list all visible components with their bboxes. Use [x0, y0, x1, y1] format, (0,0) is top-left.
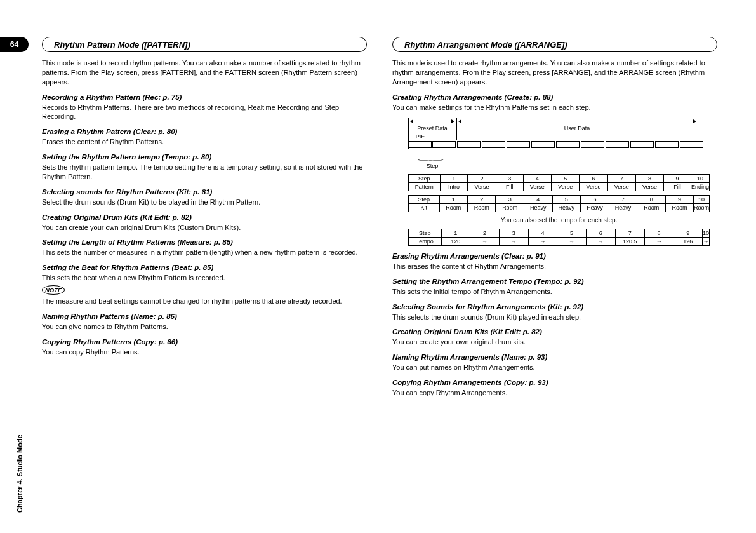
note-body: The measure and beat settings cannot be …	[42, 297, 367, 306]
left-item-title: Setting the Beat for Rhythm Patterns (Be…	[42, 264, 367, 271]
right-item-title: Selecting Sounds for Rhythm Arrangements…	[392, 303, 717, 311]
table-cell: →	[644, 237, 673, 245]
table-cell: Room	[637, 204, 665, 212]
diagram-preset-label: Preset Data	[408, 125, 456, 132]
table-cell: 7	[609, 196, 637, 204]
table-cell: Heavy	[552, 204, 581, 212]
table-cell: 120	[441, 237, 470, 245]
diagram-user-label: User Data	[456, 125, 698, 132]
note-block: NOTE	[42, 285, 367, 295]
table-cell: Verse	[607, 183, 635, 191]
right-item-body: This erases the content of Rhythm Arrang…	[392, 262, 717, 271]
left-item-title: Erasing a Rhythm Pattern (Clear: p. 80)	[42, 128, 367, 135]
right-item-body: This sets the initial tempo of Rhythm Ar…	[392, 287, 717, 297]
table-cell: 6	[580, 175, 607, 183]
table-cell: 4	[528, 229, 557, 237]
table-cell: 10	[693, 196, 709, 204]
table-cell: 3	[499, 229, 528, 237]
section-header-right: Rhythm Arrangement Mode ([ARRANGE])	[392, 37, 717, 52]
left-item-body: You can copy Rhythm Patterns.	[42, 347, 367, 357]
tempo-table: Step12345678910Tempo120→→→→→120.5→126→	[408, 229, 710, 246]
table-lead-cell: Step	[409, 229, 441, 237]
table-cell: →	[702, 237, 709, 245]
right-item-title: Naming Rhythm Arrangements (Name: p. 93)	[392, 353, 717, 361]
left-item-body: Erases the content of Rhythm Patterns.	[42, 137, 367, 147]
table-cell: Heavy	[581, 204, 609, 212]
table-cell: Ending	[691, 183, 709, 191]
note-oval: NOTE	[42, 285, 65, 295]
right-intro-text: This mode is used to create rhythm arran…	[392, 58, 717, 87]
table-cell: →	[557, 237, 587, 245]
table-cell: Room	[665, 204, 693, 212]
table-cell: 8	[637, 196, 665, 204]
left-item-title: Copying Rhythm Patterns (Copy: p. 86)	[42, 338, 367, 346]
table-cell: 10	[702, 229, 709, 237]
table-cell: Fill	[496, 183, 523, 191]
left-item-title: Naming Rhythm Patterns (Name: p. 86)	[42, 313, 367, 320]
left-intro-text: This mode is used to record rhythm patte…	[42, 58, 367, 87]
table-cell: 8	[644, 229, 673, 237]
table-cell: 6	[581, 196, 609, 204]
chapter-footer-text: Chapter 4. Studio Mode	[16, 435, 23, 513]
right-item-title: Copying Rhythm Arrangements (Copy: p. 93…	[392, 379, 717, 386]
table-cell: 9	[664, 175, 691, 183]
right-item-title: Erasing Rhythm Arrangements (Clear: p. 9…	[392, 252, 717, 260]
table-cell: →	[528, 237, 557, 245]
table-cell: Verse	[552, 183, 580, 191]
table-cell: 1	[440, 175, 468, 183]
diagram-divider-text: You can also set the tempo for each step…	[408, 216, 710, 225]
left-item-body: Select the drum sounds (Drum Kit) to be …	[42, 198, 367, 207]
table-cell: 10	[691, 175, 709, 183]
pattern-table: Step12345678910PatternIntroVerseFillVers…	[408, 174, 710, 191]
table-cell: 120.5	[615, 237, 644, 245]
diagram-brace: ⏟	[418, 154, 442, 161]
table-cell: 7	[607, 175, 635, 183]
left-item-body: You can give names to Rhythm Patterns.	[42, 322, 367, 332]
create-subhead: Creating Rhythm Arrangements (Create: p.…	[392, 93, 717, 101]
page-number-badge: 64	[0, 37, 29, 52]
table-cell: 6	[586, 229, 615, 237]
table-cell: Verse	[468, 183, 496, 191]
left-item-title: Selecting sounds for Rhythm Patterns (Ki…	[42, 188, 367, 196]
table-cell: Intro	[440, 183, 468, 191]
table-cell: 2	[468, 175, 496, 183]
table-cell: 7	[615, 229, 644, 237]
table-lead-cell: Step	[409, 175, 441, 183]
section-header-left: Rhythm Pattern Mode ([PATTERN])	[42, 37, 367, 52]
diagram-pie-label: PIE	[408, 133, 432, 140]
left-item-body: This sets the beat when a new Rhythm Pat…	[42, 273, 367, 283]
table-lead-cell: Kit	[409, 204, 439, 212]
table-cell: Room	[467, 204, 495, 212]
table-cell: →	[499, 237, 528, 245]
table-cell: Room	[439, 204, 467, 212]
table-cell: 9	[673, 229, 702, 237]
table-cell: Room	[496, 204, 524, 212]
left-item-body: Records to Rhythm Patterns. There are tw…	[42, 103, 367, 122]
right-item-body: You can put names on Rhythm Arrangements…	[392, 363, 717, 372]
left-item-title: Recording a Rhythm Pattern (Rec: p. 75)	[42, 93, 367, 101]
table-cell: 3	[496, 196, 524, 204]
table-cell: Verse	[580, 183, 607, 191]
table-lead-cell: Step	[409, 196, 439, 204]
table-cell: Verse	[635, 183, 663, 191]
table-cell: 1	[441, 229, 470, 237]
table-cell: →	[470, 237, 500, 245]
table-cell: 2	[467, 196, 495, 204]
table-cell: 8	[635, 175, 663, 183]
left-item-title: Setting the Rhythm Pattern tempo (Tempo:…	[42, 153, 367, 161]
diagram-step-boxes	[408, 141, 703, 148]
table-lead-cell: Pattern	[409, 183, 441, 191]
table-cell: 126	[673, 237, 702, 245]
diagram-steps-label: Step	[408, 163, 456, 169]
table-cell: 4	[523, 175, 551, 183]
right-item-title: Creating Original Drum Kits (Kit Edit: p…	[392, 328, 717, 335]
table-cell: →	[586, 237, 615, 245]
table-cell: 3	[496, 175, 523, 183]
table-cell: Verse	[523, 183, 551, 191]
table-cell: Fill	[664, 183, 691, 191]
steps-diagram: Preset Data User Data PIE ⏟ Step	[408, 116, 706, 173]
table-cell: Heavy	[609, 204, 637, 212]
table-cell: 5	[552, 175, 580, 183]
table-cell: Room	[693, 204, 709, 212]
table-cell: Heavy	[524, 204, 552, 212]
